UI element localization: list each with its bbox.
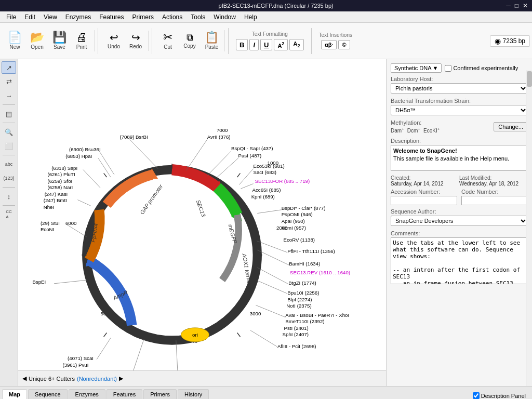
bp-display: ◉ 7235 bp bbox=[490, 35, 530, 47]
methylation-section: Methylation: Dam+ Dcm+ EcoKI+ Change... bbox=[391, 119, 528, 134]
underline-button[interactable]: U bbox=[260, 39, 272, 50]
cut-button[interactable]: ✂ Cut bbox=[157, 30, 178, 51]
created-value: Saturday, Apr 14, 2012 bbox=[391, 181, 459, 187]
select-tool[interactable]: ↗ bbox=[2, 61, 16, 74]
menu-item-window[interactable]: Window bbox=[209, 12, 240, 22]
nari-label: (6258) NarI bbox=[47, 184, 73, 190]
menu-bar: FileEditViewEnzymesFeaturesPrimersAction… bbox=[0, 11, 532, 23]
svg-line-18 bbox=[83, 170, 100, 188]
redo-button[interactable]: ↪ Redo bbox=[125, 31, 146, 51]
svg-line-13 bbox=[104, 173, 107, 177]
bacterial-select[interactable]: DH5α™ bbox=[391, 105, 528, 115]
symbols-button[interactable]: αβ· bbox=[321, 40, 337, 49]
open-button[interactable]: 📂 Open bbox=[26, 30, 48, 51]
plasmid-footer: ◀ Unique 6+ Cutters (Nonredundant) ▶ bbox=[18, 370, 386, 386]
number-tool[interactable]: (123) bbox=[2, 172, 16, 184]
italic-button[interactable]: I bbox=[249, 39, 259, 50]
save-button[interactable]: 💾 Save bbox=[49, 30, 70, 51]
sspi-label: (6318) SspI bbox=[51, 165, 77, 171]
tab-enzymes[interactable]: Enzymes bbox=[69, 389, 105, 399]
cut-label: Cut bbox=[164, 44, 172, 50]
title-bar: pIB2-SEC13-mEGFP.dna (Circular / 7235 bp… bbox=[0, 0, 532, 11]
menu-item-primers[interactable]: Primers bbox=[128, 12, 158, 22]
text-tool[interactable]: abc bbox=[2, 158, 16, 170]
separator-4 bbox=[311, 28, 312, 54]
tab-sequence[interactable]: Sequence bbox=[28, 389, 68, 399]
nav-left-button[interactable]: ◀ bbox=[22, 375, 26, 382]
accession-input[interactable] bbox=[391, 196, 457, 205]
copyright-button[interactable]: © bbox=[338, 40, 350, 49]
resize-tool[interactable]: ↕ bbox=[2, 190, 16, 203]
minimize-button[interactable]: ─ bbox=[506, 2, 511, 9]
plasmid-canvas[interactable]: 7000 1000 2000 3000 4000 5000 6000 bbox=[18, 59, 386, 370]
pan-tool[interactable]: ⇄ bbox=[2, 75, 16, 88]
code-input[interactable] bbox=[461, 196, 528, 205]
confirmed-label[interactable]: Confirmed experimentally bbox=[445, 65, 518, 72]
sphi-label: SphI (2407) bbox=[283, 331, 309, 337]
maximize-button[interactable]: □ bbox=[515, 2, 518, 9]
description-panel-toggle[interactable]: Description Panel bbox=[473, 392, 530, 399]
tab-primers[interactable]: Primers bbox=[143, 389, 177, 399]
print-button[interactable]: 🖨 Print bbox=[71, 30, 92, 51]
bspqi-label: BspQI - SapI (437) bbox=[231, 145, 273, 151]
paste-label: Paste bbox=[205, 44, 219, 50]
accession-section: Accession Number: bbox=[391, 189, 457, 205]
comments-textarea[interactable]: Use the tabs at the lower left to see wh… bbox=[391, 237, 528, 284]
created-col: Created: Saturday, Apr 14, 2012 bbox=[391, 175, 459, 187]
accession-label: Accession Number: bbox=[391, 189, 457, 195]
menu-item-help[interactable]: Help bbox=[240, 12, 261, 22]
menu-item-tools[interactable]: Tools bbox=[187, 12, 209, 22]
arrow-tool[interactable]: → bbox=[2, 89, 16, 102]
undo-label: Undo bbox=[108, 44, 120, 49]
xcmi-label: XcmI (957) bbox=[282, 225, 306, 231]
copy-button[interactable]: ⧉ Copy bbox=[179, 31, 200, 50]
svg-line-21 bbox=[54, 280, 87, 284]
apai-label: ApaI (950) bbox=[282, 218, 305, 224]
tab-features[interactable]: Features bbox=[107, 389, 142, 399]
confirmed-checkbox[interactable] bbox=[445, 65, 451, 72]
right-panel: Synthetic DNA ▼ Confirmed experimentally… bbox=[387, 59, 532, 386]
file-tools: 📄 New 📂 Open 💾 Save 🖨 Print bbox=[2, 30, 95, 51]
nav-right-button[interactable]: ▶ bbox=[119, 375, 123, 382]
sec13for-label: SEC13.FOR (685 .. 719) bbox=[255, 178, 310, 184]
acc65i-label: Acc65I (685) bbox=[252, 187, 281, 193]
change-methylation-button[interactable]: Change... bbox=[494, 122, 528, 131]
menu-item-edit[interactable]: Edit bbox=[20, 12, 39, 22]
hpai-label: (6853) HpaI bbox=[65, 153, 92, 159]
blpi-label: BlpI (2274) bbox=[287, 297, 312, 302]
menu-item-enzymes[interactable]: Enzymes bbox=[61, 12, 95, 22]
separator-3 bbox=[228, 28, 229, 54]
paste-button[interactable]: 📋 Paste bbox=[201, 30, 222, 51]
window-controls[interactable]: ─ □ ✕ bbox=[506, 2, 528, 9]
new-button[interactable]: 📄 New bbox=[4, 30, 25, 51]
undo-button[interactable]: ↩ Undo bbox=[103, 31, 124, 51]
subscript-button[interactable]: A2 bbox=[289, 39, 303, 50]
plasmid-area: 7000 1000 2000 3000 4000 5000 6000 bbox=[18, 59, 387, 386]
lab-host-select[interactable]: Pichia pastoris bbox=[391, 83, 528, 94]
menu-item-features[interactable]: Features bbox=[95, 12, 128, 22]
cca-tool[interactable]: CCA bbox=[2, 208, 16, 221]
features-tool[interactable]: ▤ bbox=[2, 108, 16, 120]
tab-history[interactable]: History bbox=[178, 389, 209, 399]
menu-item-actions[interactable]: Actions bbox=[158, 12, 187, 22]
box-tool[interactable]: ⬜ bbox=[2, 140, 16, 152]
comments-section: Comments: Use the tabs at the lower left… bbox=[391, 230, 528, 285]
svg-text:ori: ori bbox=[192, 332, 198, 338]
close-button[interactable]: ✕ bbox=[523, 2, 528, 9]
seq-author-select[interactable]: SnapGene Developers bbox=[391, 216, 528, 226]
bacterial-section: Bacterial Transformation Strain: DH5α™ bbox=[391, 98, 528, 115]
right-panel-scrollbar[interactable] bbox=[526, 70, 532, 386]
zoom-tool[interactable]: 🔍 bbox=[2, 126, 16, 138]
description-panel-checkbox[interactable] bbox=[473, 392, 480, 399]
menu-item-view[interactable]: View bbox=[39, 12, 61, 22]
bold-button[interactable]: B bbox=[236, 39, 248, 50]
svg-line-29 bbox=[241, 184, 253, 189]
superscript-button[interactable]: A2 bbox=[274, 39, 288, 50]
synthetic-dna-dropdown[interactable]: Synthetic DNA ▼ bbox=[391, 63, 442, 73]
svg-line-23 bbox=[131, 339, 144, 370]
main-content: ↗ ⇄ → ▤ 🔍 ⬜ abc (123) ↕ CCA 7000 1000 20… bbox=[0, 59, 532, 386]
menu-item-file[interactable]: File bbox=[2, 12, 20, 22]
separator-2 bbox=[152, 28, 152, 54]
tab-map[interactable]: Map bbox=[2, 389, 27, 399]
scrollbar-thumb[interactable] bbox=[527, 71, 532, 87]
